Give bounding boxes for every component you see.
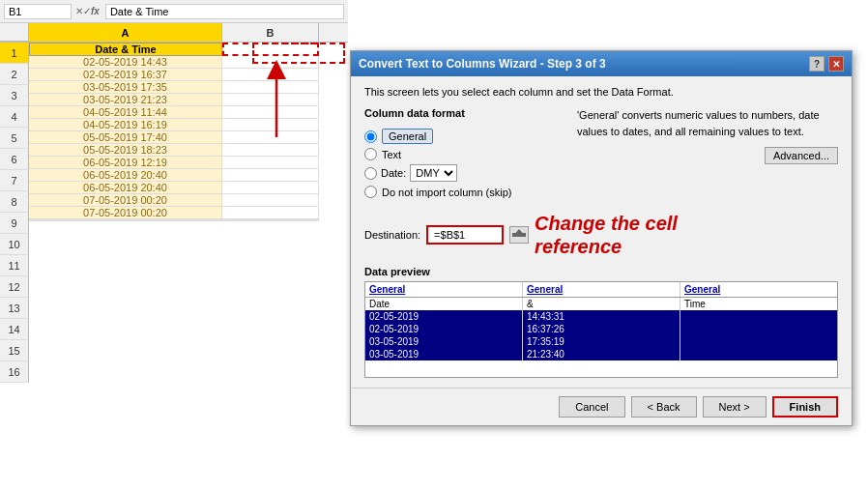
radio-general-label[interactable]: General [382,129,433,144]
preview-data-row: Date&Time [365,298,837,310]
radio-skip-label[interactable]: Do not import column (skip) [382,187,512,198]
cell-a1[interactable]: Date & Time [29,43,222,56]
cell-b14[interactable] [222,207,319,219]
row-num-15: 15 [0,340,29,361]
radio-text-label[interactable]: Text [382,149,401,160]
cell-a3[interactable]: 02-05-2019 16:37 [29,69,222,81]
preview-cell: 16:37:26 [523,323,680,335]
dialog-help-btn[interactable]: ? [809,56,825,72]
dialog-title-icons: ? ✕ [809,56,844,72]
radio-text: Text [364,148,558,160]
corner-cell [0,23,29,42]
row-num-12: 12 [0,276,29,298]
finish-button[interactable]: Finish [772,396,838,418]
preview-cell [680,310,837,323]
cell-a12[interactable]: 06-05-2019 20:40 [29,182,222,194]
insert-function-btn[interactable]: fx [91,6,100,16]
radio-text-input[interactable] [364,148,377,160]
radio-skip-input[interactable] [364,186,377,198]
cell-a11[interactable]: 06-05-2019 20:40 [29,169,222,182]
radio-skip: Do not import column (skip) [364,186,558,198]
row-num-4: 4 [0,106,29,128]
preview-cell: 17:35:19 [523,335,680,348]
cell-reference-box[interactable] [4,4,72,19]
cell-b1[interactable] [222,43,319,56]
row-num-13: 13 [0,298,29,319]
preview-cell: 02-05-2019 [365,323,523,335]
preview-rows: Date&Time02-05-201914:43:3102-05-201916:… [365,298,837,360]
grid-row-1: Date & Time [29,43,319,56]
grid-row-10: 06-05-2019 12:19 [29,157,319,169]
cell-a2[interactable]: 02-05-2019 14:43 [29,56,222,69]
row-num-6: 6 [0,149,29,170]
row-numbers: 12345678910111213141516 [0,43,29,383]
row-num-10: 10 [0,234,29,255]
cancel-button[interactable]: Cancel [559,396,624,418]
preview-data-row: 02-05-201914:43:31 [365,310,837,323]
destination-collapse-btn[interactable] [509,226,529,244]
cell-a8[interactable]: 05-05-2019 17:40 [29,131,222,144]
cancel-formula-btn[interactable]: ✕ [75,6,83,16]
cell-a7[interactable]: 04-05-2019 16:19 [29,119,222,131]
cell-a13[interactable]: 07-05-2019 00:20 [29,194,222,207]
red-arrow [247,60,305,147]
preview-cell: 21:23:40 [523,348,680,360]
cell-a10[interactable]: 06-05-2019 12:19 [29,157,222,169]
grid-row-11: 06-05-2019 20:40 [29,169,319,182]
dialog-title-bar: Convert Text to Columns Wizard - Step 3 … [351,51,852,76]
cell-b11[interactable] [222,169,319,182]
dialog-body: This screen lets you select each column … [351,76,852,388]
data-preview-label: Data preview [364,266,838,277]
next-button[interactable]: Next > [703,396,767,418]
grid-row-13: 07-05-2019 00:20 [29,194,319,207]
cell-a14[interactable]: 07-05-2019 00:20 [29,207,222,219]
radio-date-label[interactable]: Date: [381,167,406,179]
cell-a6[interactable]: 04-05-2019 11:44 [29,106,222,119]
radio-general-input[interactable] [364,130,377,143]
preview-cell: Time [680,298,837,310]
back-button[interactable]: < Back [631,396,697,418]
row-num-9: 9 [0,213,29,234]
cell-a9[interactable]: 05-05-2019 18:23 [29,144,222,157]
row-num-14: 14 [0,319,29,340]
grid-row-16 [29,220,319,221]
date-format-select[interactable]: DMY MDY YMD [410,164,457,182]
radio-date-input[interactable] [364,167,377,180]
destination-label: Destination: [364,229,420,241]
preview-col-1[interactable]: General [365,282,523,297]
col-header-a[interactable]: A [29,23,222,42]
formula-input[interactable] [105,4,344,19]
row-num-7: 7 [0,170,29,191]
formula-bar: ✕ ✓ fx [0,0,348,23]
grid-row-12: 06-05-2019 20:40 [29,182,319,194]
format-info-text: 'General' converts numeric values to num… [577,107,838,139]
data-preview-container: General General General Date&Time02-05-2… [364,281,838,378]
row-num-5: 5 [0,128,29,149]
cell-a16[interactable] [29,220,222,221]
cell-a5[interactable]: 03-05-2019 21:23 [29,94,222,106]
cell-b13[interactable] [222,194,319,207]
row-num-3: 3 [0,85,29,106]
cell-b10[interactable] [222,157,319,169]
destination-input[interactable] [426,225,504,245]
preview-cell [680,348,837,360]
cell-a4[interactable]: 03-05-2019 17:35 [29,81,222,94]
preview-cell: Date [365,298,523,310]
dialog-title-text: Convert Text to Columns Wizard - Step 3 … [359,57,606,71]
col-header-b[interactable]: B [222,23,319,42]
row-num-8: 8 [0,191,29,213]
row-num-1: 1 [0,43,29,64]
preview-data-row: 03-05-201921:23:40 [365,348,837,360]
cell-b16[interactable] [222,220,319,221]
row-num-11: 11 [0,255,29,276]
preview-col-2[interactable]: General [523,282,680,297]
dialog-close-btn[interactable]: ✕ [828,56,844,72]
column-headers: A B [0,23,348,43]
advanced-button[interactable]: Advanced... [765,147,838,164]
preview-col-3[interactable]: General [680,282,837,297]
cell-b12[interactable] [222,182,319,194]
confirm-formula-btn[interactable]: ✓ [83,6,91,16]
grid-row-14: 07-05-2019 00:20 [29,207,319,219]
row-num-2: 2 [0,64,29,85]
annotation-text: Change the cell reference [535,212,747,258]
